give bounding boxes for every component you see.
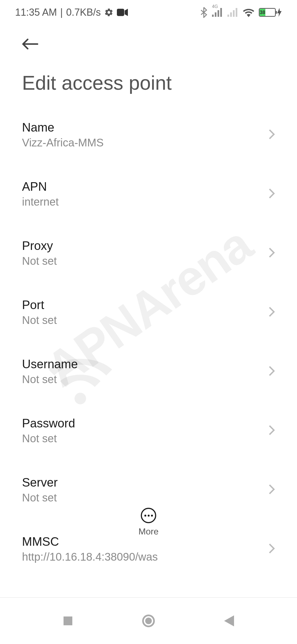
setting-label: Proxy bbox=[22, 239, 57, 253]
setting-mms-proxy[interactable]: MMS proxy 10.16.18.77 bbox=[0, 578, 297, 589]
page-title: Edit access point bbox=[0, 58, 297, 105]
arrow-left-icon bbox=[22, 39, 38, 50]
setting-value: internet bbox=[22, 196, 59, 208]
status-bar: 11:35 AM | 0.7KB/s 4G ✕ 38 bbox=[0, 0, 297, 25]
wifi-icon bbox=[243, 8, 254, 17]
chevron-right-icon bbox=[268, 129, 275, 141]
setting-value: Not set bbox=[22, 314, 57, 326]
charging-icon bbox=[277, 8, 282, 17]
svg-rect-3 bbox=[218, 10, 219, 17]
status-right: 4G ✕ 38 bbox=[200, 7, 282, 18]
status-divider: | bbox=[60, 7, 63, 18]
setting-label: MMSC bbox=[22, 535, 158, 549]
setting-apn[interactable]: APN internet bbox=[0, 164, 297, 223]
status-speed: 0.7KB/s bbox=[66, 7, 101, 18]
video-icon bbox=[117, 9, 128, 16]
svg-rect-4 bbox=[220, 8, 222, 17]
setting-label: Name bbox=[22, 121, 104, 134]
chevron-right-icon bbox=[268, 306, 275, 318]
signal-nosim-icon: ✕ bbox=[227, 8, 238, 17]
gear-icon bbox=[104, 8, 114, 17]
svg-rect-1 bbox=[212, 15, 214, 17]
square-icon bbox=[62, 615, 73, 626]
system-nav-bar bbox=[0, 597, 297, 644]
chevron-right-icon bbox=[268, 425, 275, 437]
setting-value: Vizz-Africa-MMS bbox=[22, 137, 104, 149]
setting-password[interactable]: Password Not set bbox=[0, 401, 297, 460]
setting-value: http://10.16.18.4:38090/was bbox=[22, 551, 158, 563]
setting-value: Not set bbox=[22, 255, 57, 267]
svg-rect-8 bbox=[236, 8, 237, 17]
more-button[interactable]: More bbox=[0, 502, 297, 537]
svg-rect-2 bbox=[215, 12, 216, 17]
signal-4g-icon: 4G bbox=[212, 8, 223, 17]
battery-level: 38 bbox=[260, 9, 265, 16]
svg-point-12 bbox=[145, 618, 152, 624]
more-label: More bbox=[139, 526, 159, 537]
setting-label: Username bbox=[22, 357, 78, 371]
chevron-right-icon bbox=[268, 188, 275, 200]
battery-indicator: 38 bbox=[259, 8, 282, 17]
setting-port[interactable]: Port Not set bbox=[0, 283, 297, 342]
back-button[interactable] bbox=[22, 36, 38, 52]
triangle-left-icon bbox=[224, 615, 234, 626]
more-icon bbox=[141, 508, 156, 523]
chevron-right-icon bbox=[268, 543, 275, 555]
setting-label: Server bbox=[22, 476, 58, 489]
circle-icon bbox=[142, 614, 155, 627]
setting-username[interactable]: Username Not set bbox=[0, 342, 297, 401]
nav-home-button[interactable] bbox=[140, 613, 157, 629]
svg-rect-0 bbox=[117, 9, 124, 16]
svg-rect-10 bbox=[64, 616, 72, 625]
nav-back-button[interactable] bbox=[221, 613, 237, 629]
bluetooth-icon bbox=[200, 7, 208, 18]
nav-recent-button[interactable] bbox=[60, 613, 76, 629]
status-left: 11:35 AM | 0.7KB/s bbox=[15, 7, 128, 18]
setting-proxy[interactable]: Proxy Not set bbox=[0, 223, 297, 283]
setting-value: Not set bbox=[22, 432, 75, 445]
status-time: 11:35 AM bbox=[15, 7, 57, 18]
setting-label: Port bbox=[22, 298, 57, 312]
setting-name[interactable]: Name Vizz-Africa-MMS bbox=[0, 105, 297, 164]
setting-label: APN bbox=[22, 180, 59, 193]
svg-rect-7 bbox=[233, 10, 235, 17]
svg-text:✕: ✕ bbox=[227, 16, 232, 17]
chevron-right-icon bbox=[268, 484, 275, 496]
chevron-right-icon bbox=[268, 365, 275, 378]
setting-value: Not set bbox=[22, 373, 78, 386]
setting-label: Password bbox=[22, 416, 75, 430]
chevron-right-icon bbox=[268, 247, 275, 259]
